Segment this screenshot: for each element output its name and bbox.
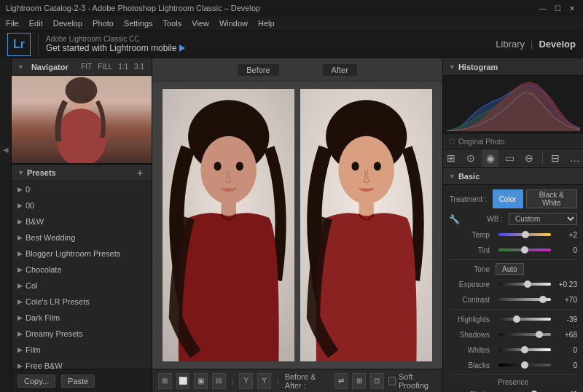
close-button[interactable]: ✕: [567, 3, 577, 13]
list-item[interactable]: ▶Blogger Lightroom Presets: [12, 246, 152, 262]
basic-header: ▼ Basic: [443, 168, 583, 185]
tint-track[interactable]: [498, 248, 551, 251]
histogram-chart: [443, 76, 583, 134]
contrast-track[interactable]: [498, 298, 551, 301]
menu-develop[interactable]: Develop: [53, 19, 82, 28]
blacks-label: Blacks: [449, 361, 496, 369]
menu-settings[interactable]: Settings: [124, 19, 153, 28]
loupe-view-button[interactable]: ⬜: [176, 373, 190, 389]
tint-thumb[interactable]: [521, 246, 528, 254]
red-eye-tool[interactable]: ◉: [482, 149, 498, 167]
spot-removal-tool[interactable]: ⊙: [463, 149, 480, 167]
y-view-button[interactable]: Y: [239, 373, 253, 389]
left-edge-arrow[interactable]: ◀: [1, 146, 9, 154]
exposure-slider-row: Exposure +0.23: [449, 278, 577, 291]
get-started-arrow: [179, 44, 185, 52]
presets-collapse-icon[interactable]: ▼: [17, 169, 24, 176]
list-item[interactable]: ▶Chocolate: [12, 262, 152, 278]
nav-fit[interactable]: FIT: [79, 62, 93, 71]
yy-view-button[interactable]: Y: [257, 373, 271, 389]
menu-window[interactable]: Window: [219, 19, 248, 28]
basic-collapse-icon[interactable]: ▼: [449, 173, 455, 180]
list-item[interactable]: ▶Best Wedding: [12, 230, 152, 246]
after-photo[interactable]: [300, 89, 432, 361]
histogram-collapse-icon[interactable]: ▼: [449, 63, 455, 71]
nav-library[interactable]: Library: [496, 39, 525, 50]
topbar-info: Adobe Lightroom Classic CC Get started w…: [46, 35, 496, 53]
menu-file[interactable]: File: [6, 19, 19, 28]
photos-area[interactable]: [152, 82, 442, 369]
navigator-preview: [12, 76, 152, 163]
list-item[interactable]: ▶B&W: [12, 213, 152, 230]
toggle-button[interactable]: ⊡: [370, 373, 384, 389]
exposure-label: Exposure: [449, 281, 496, 289]
get-started[interactable]: Get started with Lightroom mobile: [46, 43, 496, 53]
highlights-thumb[interactable]: [513, 315, 520, 323]
graduated-filter-tool[interactable]: ▭: [501, 149, 518, 167]
shadows-track[interactable]: [498, 333, 551, 336]
nav-fill[interactable]: FILL: [96, 62, 114, 71]
whites-thumb[interactable]: [521, 346, 528, 353]
swap-button[interactable]: ⇄: [334, 373, 348, 389]
menubar: File Edit Develop Photo Settings Tools V…: [0, 16, 583, 31]
color-button[interactable]: Color: [493, 189, 523, 208]
list-item[interactable]: ▶Film: [12, 342, 152, 358]
eyedropper-icon[interactable]: 🔧: [449, 214, 459, 224]
presets-header: ▼ Presets +: [12, 164, 152, 181]
list-item[interactable]: ▶Col: [12, 278, 152, 294]
nav-3to1[interactable]: 3:1: [133, 62, 146, 71]
soft-proof-checkbox[interactable]: [388, 377, 396, 385]
temp-track[interactable]: [498, 233, 551, 236]
nav-1to1[interactable]: 1:1: [117, 62, 130, 71]
menu-photo[interactable]: Photo: [93, 19, 114, 28]
menu-tools[interactable]: Tools: [163, 19, 182, 28]
menu-view[interactable]: View: [192, 19, 209, 28]
compare-view-button[interactable]: ▣: [194, 373, 208, 389]
presets-add-button[interactable]: +: [134, 167, 146, 179]
highlights-track[interactable]: [498, 318, 551, 321]
tool-divider: [542, 152, 543, 165]
shadows-thumb[interactable]: [536, 331, 543, 338]
svg-point-12: [214, 162, 221, 170]
exposure-track[interactable]: [498, 283, 551, 286]
treatment-row: Treatment : Color Black & White: [449, 189, 577, 208]
exposure-thumb[interactable]: [524, 281, 531, 288]
more-tools[interactable]: …: [566, 149, 583, 167]
blacks-thumb[interactable]: [521, 361, 528, 369]
copy-settings-button[interactable]: ⊞: [352, 373, 366, 389]
crop-tool[interactable]: ⊞: [443, 149, 460, 167]
treatment-buttons: Color Black & White: [493, 189, 577, 208]
list-item[interactable]: ▶Cole's LR Presets: [12, 294, 152, 310]
left-panel-toolbar: Copy... Paste: [12, 369, 152, 392]
menu-help[interactable]: Help: [258, 19, 275, 28]
auto-button[interactable]: Auto: [496, 263, 524, 275]
contrast-thumb[interactable]: [539, 296, 547, 303]
navigator-collapse-icon[interactable]: ▼: [17, 63, 24, 71]
list-item[interactable]: ▶0: [12, 181, 152, 197]
soft-proofing-toggle[interactable]: Soft Proofing: [388, 372, 437, 390]
bw-button[interactable]: Black & White: [526, 189, 577, 208]
temp-thumb[interactable]: [522, 231, 529, 238]
navigator-header: ▼ Navigator FIT FILL 1:1 3:1: [12, 58, 152, 76]
navigator-controls: FIT FILL 1:1 3:1: [79, 62, 146, 71]
window-controls[interactable]: — ☐ ✕: [538, 3, 577, 13]
before-photo[interactable]: [163, 89, 294, 361]
nav-develop[interactable]: Develop: [539, 39, 576, 50]
blacks-track[interactable]: [498, 364, 551, 366]
list-item[interactable]: ▶Dark Film: [12, 310, 152, 326]
whites-track[interactable]: [498, 348, 551, 351]
menu-edit[interactable]: Edit: [29, 19, 43, 28]
adjustment-brush-tool[interactable]: ⊟: [547, 149, 564, 167]
paste-button[interactable]: Paste: [61, 375, 95, 388]
list-item[interactable]: ▶00: [12, 197, 152, 213]
copy-button[interactable]: Copy...: [17, 375, 55, 388]
maximize-button[interactable]: ☐: [552, 3, 563, 13]
radial-filter-tool[interactable]: ⊖: [521, 149, 538, 167]
wb-dropdown[interactable]: Custom As Shot Auto Daylight: [509, 213, 577, 225]
minimize-button[interactable]: —: [538, 3, 548, 13]
list-item[interactable]: ▶Dreamy Presets: [12, 326, 152, 342]
nav-sep: |: [531, 39, 533, 50]
survey-view-button[interactable]: ⊟: [212, 373, 226, 389]
grid-view-button[interactable]: ⊞: [158, 373, 172, 389]
list-item[interactable]: ▶Free B&W: [12, 358, 152, 369]
